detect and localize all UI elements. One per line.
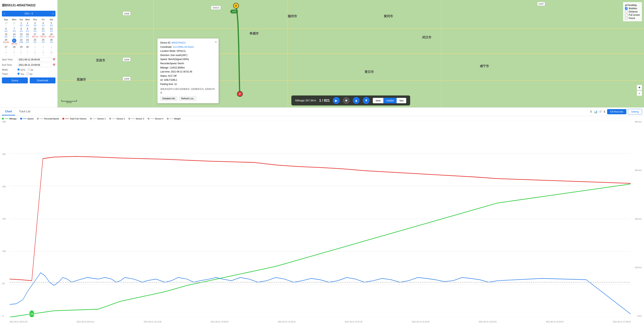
- calendar-prev-btn[interactable]: ‹: [4, 12, 5, 15]
- distance-checkbox[interactable]: [625, 10, 628, 13]
- stop-button[interactable]: ■: [343, 97, 350, 104]
- calendar-day[interactable]: 120.0: [47, 27, 56, 32]
- calendar-day[interactable]: 10-: [47, 51, 56, 56]
- refresh-loc-btn[interactable]: Refresh Loc.: [179, 96, 196, 101]
- playback-mileage: Mileage:397.6Km: [295, 99, 316, 102]
- calendar-day[interactable]: 30-: [2, 21, 10, 27]
- calendar-day[interactable]: 7-: [24, 51, 31, 56]
- fullscreen-checkbox[interactable]: [625, 14, 628, 16]
- trace-yes-radio[interactable]: [17, 72, 20, 75]
- down-button[interactable]: ▼: [363, 97, 370, 104]
- ctrl-distance[interactable]: Distance: [625, 10, 640, 13]
- calendar-next-btn[interactable]: ›: [52, 12, 54, 15]
- calendar-day[interactable]: 60.0: [2, 27, 10, 32]
- calendar-day[interactable]: 110.0: [39, 27, 47, 32]
- calendar-day[interactable]: 240.0: [31, 38, 39, 45]
- calendar-day[interactable]: 1-: [31, 45, 39, 51]
- end-time-calendar-icon[interactable]: 📅: [52, 64, 56, 66]
- end-time-input[interactable]: [17, 63, 52, 67]
- calendar-weekday: Thu: [31, 18, 39, 21]
- popup-status: Status: ACC Off: [160, 74, 216, 78]
- play-button[interactable]: ▶: [333, 97, 340, 104]
- scale-line: [62, 100, 77, 101]
- calendar-day[interactable]: 220.30: [18, 38, 24, 45]
- svg-text:咸宁市: 咸宁市: [480, 64, 489, 68]
- scale-label: 50 km: [62, 101, 77, 103]
- ctrl-bubbles[interactable]: Bubbles: [625, 7, 640, 10]
- fence-checkbox[interactable]: [625, 17, 628, 19]
- calendar-day[interactable]: 27-: [2, 45, 10, 51]
- chart-bar-icon[interactable]: 📊: [594, 110, 598, 113]
- calendar-day[interactable]: 21397.60: [10, 38, 18, 45]
- trace-no-radio[interactable]: [26, 72, 29, 75]
- calendar-day[interactable]: 29-: [18, 45, 24, 51]
- calendar-day[interactable]: 9-: [39, 51, 47, 56]
- calendar-day[interactable]: 130.0: [2, 32, 10, 38]
- popup-last-time: Last time: 2021-06-21 00:01:45: [160, 70, 216, 74]
- calendar-day[interactable]: 31-: [10, 21, 18, 27]
- chart-download-icon[interactable]: ⬇: [603, 110, 606, 113]
- start-time-calendar-icon[interactable]: 📅: [52, 58, 56, 61]
- y-axis-left: 300 250 200 150 100 50 0: [2, 121, 6, 317]
- zoom-in-btn[interactable]: +: [637, 85, 642, 90]
- calendar-day[interactable]: 150.0: [18, 32, 24, 38]
- ctrl-fullscreen[interactable]: Full screen: [625, 13, 640, 16]
- svg-text:G209: G209: [124, 12, 129, 15]
- calendar-day[interactable]: 100.0: [31, 27, 39, 32]
- calendar-day[interactable]: 4-: [2, 51, 10, 56]
- zoom-out-btn[interactable]: -: [637, 90, 642, 96]
- calendar-day[interactable]: 30.0: [31, 21, 39, 27]
- speed-slow-btn[interactable]: slow: [373, 98, 384, 103]
- calendar-day[interactable]: 28-: [10, 45, 18, 51]
- chart-upload-icon[interactable]: ⬆: [590, 110, 592, 113]
- trace-label: Trace:: [2, 73, 17, 75]
- legend-item: Sensor 2: [109, 117, 125, 120]
- calendar-day[interactable]: 250.0: [39, 38, 47, 45]
- calendar-day[interactable]: 10.0: [18, 21, 24, 27]
- calendar-day[interactable]: 260.0: [47, 38, 56, 45]
- legend-item: Weight: [167, 117, 180, 120]
- tab-chart[interactable]: Chart: [2, 108, 15, 115]
- mode-all-radio[interactable]: [28, 68, 30, 71]
- popup-actions: Detailed info Refresh Loc.: [160, 96, 216, 101]
- calendar-day[interactable]: 20610.60: [2, 38, 10, 45]
- calendar-weekday: Sat: [47, 18, 56, 21]
- ctrl-fence[interactable]: Fence: [625, 17, 640, 19]
- calendar-day[interactable]: 230.0: [24, 38, 31, 45]
- setting-btn[interactable]: Setting: [628, 109, 642, 114]
- detailed-info-btn[interactable]: Detailed info: [160, 96, 177, 101]
- mode-radio-group: GPS All: [17, 68, 33, 71]
- calendar-day[interactable]: 18704.70: [39, 32, 47, 38]
- calendar-day[interactable]: 3-: [47, 45, 56, 51]
- calendar-day[interactable]: 160.0: [24, 32, 31, 38]
- close-popup-btn[interactable]: ✕: [215, 40, 217, 44]
- mode-gps-radio[interactable]: [17, 68, 20, 71]
- calendar-day[interactable]: 30-: [24, 45, 31, 51]
- speed-fast-btn[interactable]: fast: [397, 98, 406, 103]
- calendar-day[interactable]: 8-: [31, 51, 39, 56]
- calendar-day[interactable]: 70.0: [10, 27, 18, 32]
- start-time-input[interactable]: [17, 57, 52, 62]
- map-area[interactable]: G209 G209 G209 宜昌市 恩施市 荆门市 武汉市 黄石市 咸宁市 随…: [58, 0, 644, 107]
- calendar-day[interactable]: 2-: [39, 45, 47, 51]
- calendar-day[interactable]: 40.0: [39, 21, 47, 27]
- speed-middle-btn[interactable]: middle: [384, 98, 396, 103]
- vehicle-id: 浙B55131-40542794222: [2, 2, 56, 9]
- chart-refresh-icon[interactable]: ↺: [599, 110, 602, 113]
- download-button[interactable]: Download: [30, 77, 56, 83]
- tab-track-list[interactable]: Track List: [16, 108, 34, 115]
- calendar-day[interactable]: 90.0: [24, 27, 31, 32]
- mode-gps-label: GPS: [17, 68, 25, 71]
- calendar-day[interactable]: 20.0: [24, 21, 31, 27]
- query-button[interactable]: Query: [2, 77, 28, 83]
- calendar-day[interactable]: 80.0: [18, 27, 24, 32]
- calendar-day[interactable]: 50.0: [47, 21, 56, 27]
- up-button[interactable]: ▲: [353, 97, 360, 104]
- calendar-day[interactable]: 19785.20: [47, 32, 56, 38]
- bubbles-checkbox[interactable]: [625, 7, 628, 10]
- oil-records-btn[interactable]: Oil Records: [607, 109, 626, 114]
- calendar-day[interactable]: 17453.10: [31, 32, 39, 38]
- calendar-day[interactable]: 6-: [18, 51, 24, 56]
- calendar-day[interactable]: 5-: [10, 51, 18, 56]
- calendar-day[interactable]: 140.0: [10, 32, 18, 38]
